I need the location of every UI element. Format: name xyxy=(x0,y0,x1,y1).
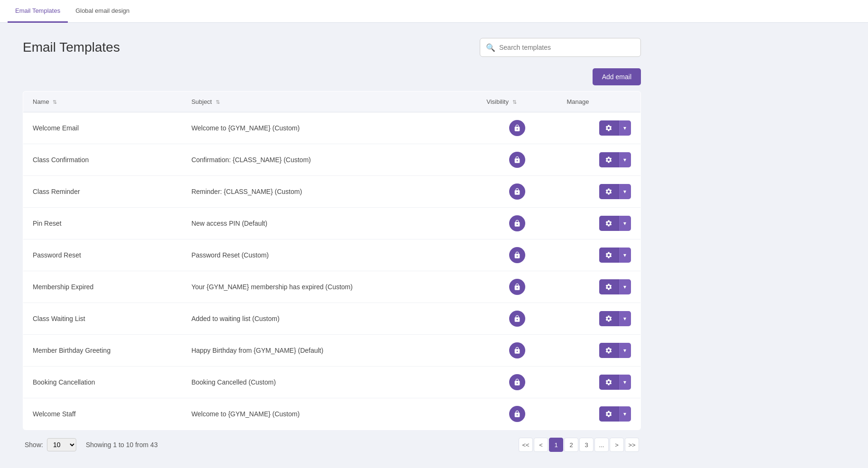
cell-visibility xyxy=(477,367,557,398)
add-email-button[interactable]: Add email xyxy=(593,68,641,85)
cell-subject: Confirmation: {CLASS_NAME} (Custom) xyxy=(182,144,477,176)
cell-manage: ▾ xyxy=(557,208,640,239)
lock-icon xyxy=(509,215,525,231)
cell-visibility xyxy=(477,303,557,335)
cell-subject: Added to waiting list (Custom) xyxy=(182,303,477,335)
cell-name: Class Confirmation xyxy=(23,144,182,176)
manage-btn-group: ▾ xyxy=(599,248,631,263)
col-name[interactable]: Name ⇅ xyxy=(23,92,182,112)
dropdown-button[interactable]: ▾ xyxy=(618,184,631,199)
dropdown-button[interactable]: ▾ xyxy=(618,216,631,231)
cell-subject: Your {GYM_NAME} membership has expired (… xyxy=(182,271,477,303)
manage-btn-group: ▾ xyxy=(599,375,631,390)
cell-name: Pin Reset xyxy=(23,208,182,239)
sort-name-icon: ⇅ xyxy=(53,99,57,105)
dropdown-button[interactable]: ▾ xyxy=(618,279,631,294)
dropdown-button[interactable]: ▾ xyxy=(618,343,631,358)
gear-button[interactable] xyxy=(599,184,618,199)
dropdown-button[interactable]: ▾ xyxy=(618,375,631,390)
cell-visibility xyxy=(477,112,557,144)
pagination-prev[interactable]: < xyxy=(534,438,548,452)
table-row: Password ResetPassword Reset (Custom) ▾ xyxy=(23,239,641,271)
lock-icon xyxy=(509,120,525,136)
lock-icon xyxy=(509,247,525,263)
showing-text: Showing 1 to 10 from 43 xyxy=(86,441,158,449)
cell-manage: ▾ xyxy=(557,367,640,398)
pagination-last[interactable]: >> xyxy=(625,438,639,452)
lock-icon xyxy=(509,184,525,200)
col-manage-label: Manage xyxy=(566,98,589,105)
cell-visibility xyxy=(477,208,557,239)
show-select[interactable]: 10 25 50 100 xyxy=(47,438,76,451)
lock-icon xyxy=(509,279,525,295)
pagination-next[interactable]: > xyxy=(610,438,624,452)
cell-name: Class Reminder xyxy=(23,176,182,208)
lock-icon xyxy=(509,374,525,390)
sort-subject-icon: ⇅ xyxy=(216,99,220,105)
cell-name: Booking Cancellation xyxy=(23,367,182,398)
cell-visibility xyxy=(477,271,557,303)
lock-icon xyxy=(509,406,525,422)
manage-btn-group: ▾ xyxy=(599,406,631,422)
dropdown-button[interactable]: ▾ xyxy=(618,152,631,167)
table-row: Class ReminderReminder: {CLASS_NAME} (Cu… xyxy=(23,176,641,208)
col-visibility[interactable]: Visibility ⇅ xyxy=(477,92,557,112)
cell-subject: Reminder: {CLASS_NAME} (Custom) xyxy=(182,176,477,208)
dropdown-button[interactable]: ▾ xyxy=(618,248,631,263)
page-title: Email Templates xyxy=(23,40,120,55)
cell-manage: ▾ xyxy=(557,112,640,144)
col-subject[interactable]: Subject ⇅ xyxy=(182,92,477,112)
gear-button[interactable] xyxy=(599,375,618,390)
cell-manage: ▾ xyxy=(557,144,640,176)
cell-subject: Welcome to {GYM_NAME} (Custom) xyxy=(182,112,477,144)
table-row: Pin ResetNew access PIN (Default) ▾ xyxy=(23,208,641,239)
search-input[interactable] xyxy=(499,44,635,51)
cell-name: Welcome Email xyxy=(23,112,182,144)
manage-btn-group: ▾ xyxy=(599,120,631,136)
pagination: << < 1 2 3 ... > >> xyxy=(519,438,639,452)
cell-name: Password Reset xyxy=(23,239,182,271)
dropdown-button[interactable]: ▾ xyxy=(618,311,631,326)
cell-visibility xyxy=(477,176,557,208)
cell-visibility xyxy=(477,335,557,367)
gear-button[interactable] xyxy=(599,120,618,136)
gear-button[interactable] xyxy=(599,216,618,231)
tab-email-templates[interactable]: Email Templates xyxy=(8,0,68,23)
cell-manage: ▾ xyxy=(557,398,640,430)
manage-btn-group: ▾ xyxy=(599,184,631,199)
pagination-page-2[interactable]: 2 xyxy=(564,438,578,452)
col-subject-label: Subject xyxy=(192,98,212,105)
pagination-page-1[interactable]: 1 xyxy=(549,438,563,452)
lock-icon xyxy=(509,311,525,327)
pagination-first[interactable]: << xyxy=(519,438,533,452)
dropdown-button[interactable]: ▾ xyxy=(618,120,631,136)
pagination-ellipsis: ... xyxy=(594,438,609,452)
gear-button[interactable] xyxy=(599,248,618,263)
gear-button[interactable] xyxy=(599,406,618,422)
col-name-label: Name xyxy=(33,98,49,105)
show-control: Show: 10 25 50 100 xyxy=(25,438,76,451)
email-templates-table: Name ⇅ Subject ⇅ Visibility ⇅ Manage Wel… xyxy=(23,91,641,430)
gear-button[interactable] xyxy=(599,311,618,326)
toolbar: Add email xyxy=(23,68,641,85)
gear-button[interactable] xyxy=(599,343,618,358)
search-icon: 🔍 xyxy=(486,43,495,52)
cell-name: Welcome Staff xyxy=(23,398,182,430)
dropdown-button[interactable]: ▾ xyxy=(618,406,631,422)
gear-button[interactable] xyxy=(599,279,618,294)
manage-btn-group: ▾ xyxy=(599,216,631,231)
pagination-page-3[interactable]: 3 xyxy=(579,438,594,452)
tab-global-email-design[interactable]: Global email design xyxy=(68,0,137,23)
cell-subject: Password Reset (Custom) xyxy=(182,239,477,271)
table-row: Class Waiting ListAdded to waiting list … xyxy=(23,303,641,335)
manage-btn-group: ▾ xyxy=(599,343,631,358)
table-row: Member Birthday GreetingHappy Birthday f… xyxy=(23,335,641,367)
cell-manage: ▾ xyxy=(557,176,640,208)
col-visibility-label: Visibility xyxy=(486,98,509,105)
cell-manage: ▾ xyxy=(557,303,640,335)
cell-subject: Booking Cancelled (Custom) xyxy=(182,367,477,398)
gear-button[interactable] xyxy=(599,152,618,167)
manage-btn-group: ▾ xyxy=(599,152,631,167)
main-content: Email Templates 🔍 Add email Name ⇅ Subje… xyxy=(0,23,664,467)
page-header: Email Templates 🔍 xyxy=(23,38,641,57)
